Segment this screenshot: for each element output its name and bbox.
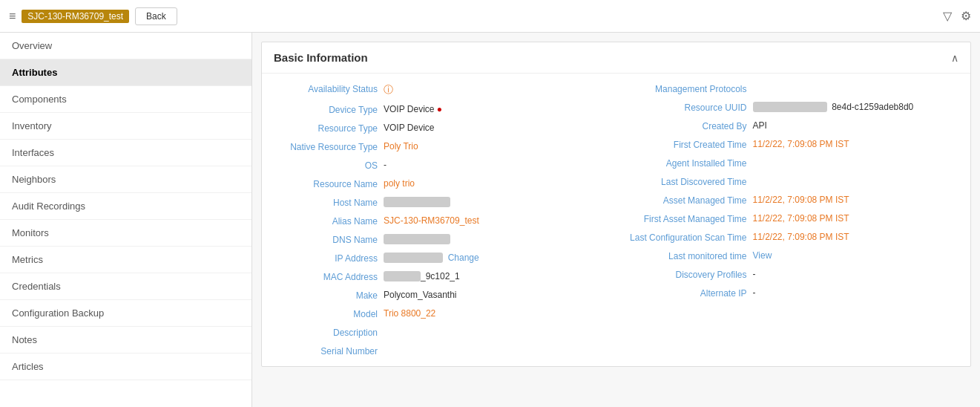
- dns-name-row: DNS Name: [274, 230, 605, 249]
- alternate-ip-label: Alternate IP: [628, 287, 747, 299]
- content-area: Basic Information ∧ Availability Status …: [252, 33, 980, 407]
- main-layout: Overview Attributes Components Inventory…: [0, 33, 980, 407]
- first-asset-managed-time-row: First Asset Managed Time 11/2/22, 7:09:0…: [628, 209, 959, 228]
- right-column: Management Protocols Resource UUID 8e4d-…: [616, 74, 971, 366]
- resource-type-value: VOIP Device: [384, 123, 605, 133]
- resource-type-label: Resource Type: [274, 123, 378, 134]
- dns-name-value: [384, 234, 605, 244]
- first-created-time-value: 11/2/22, 7:09:08 PM IST: [753, 139, 959, 149]
- host-name-label: Host Name: [274, 197, 378, 208]
- device-tag: SJC-130-RM36709_test: [22, 10, 129, 23]
- device-type-value: VOIP Device ●: [384, 104, 605, 114]
- availability-status-value: ⓘ: [384, 83, 605, 97]
- host-name-value: [384, 197, 605, 207]
- native-resource-type-value: Poly Trio: [384, 141, 605, 152]
- last-monitored-time-value: View: [753, 250, 959, 261]
- alternate-ip-value: -: [753, 287, 959, 298]
- availability-status-label: Availability Status: [274, 83, 378, 94]
- last-config-scan-time-label: Last Configuration Scan Time: [628, 232, 747, 243]
- resource-uuid-row: Resource UUID 8e4d-c1259adeb8d0: [628, 98, 959, 117]
- sidebar-item-credentials[interactable]: Credentials: [0, 273, 251, 300]
- device-type-label: Device Type: [274, 104, 378, 115]
- hamburger-icon[interactable]: ≡: [9, 10, 16, 23]
- host-name-row: Host Name: [274, 193, 605, 212]
- gear-icon[interactable]: ⚙: [961, 9, 971, 23]
- description-label: Description: [274, 327, 378, 338]
- top-bar-right: ▽ ⚙: [943, 9, 971, 23]
- sidebar-item-monitors[interactable]: Monitors: [0, 220, 251, 247]
- sidebar-item-inventory[interactable]: Inventory: [0, 113, 251, 140]
- left-column: Availability Status ⓘ Device Type VOIP D…: [262, 74, 616, 366]
- availability-status-row: Availability Status ⓘ: [274, 79, 605, 100]
- resource-name-value: poly trio: [384, 178, 605, 189]
- filter-icon[interactable]: ▽: [943, 9, 952, 23]
- asset-managed-time-label: Asset Managed Time: [628, 195, 747, 206]
- resource-name-row: Resource Name poly trio: [274, 175, 605, 193]
- ip-address-blurred: [384, 253, 443, 263]
- ip-address-value: Change: [384, 253, 605, 263]
- alias-name-row: Alias Name SJC-130-RM36709_test: [274, 212, 605, 230]
- section-collapse-button[interactable]: ∧: [951, 52, 958, 64]
- device-type-row: Device Type VOIP Device ●: [274, 100, 605, 119]
- created-by-label: Created By: [628, 120, 747, 131]
- basic-information-section: Basic Information ∧ Availability Status …: [261, 42, 971, 367]
- resource-uuid-value: 8e4d-c1259adeb8d0: [753, 102, 959, 112]
- last-monitored-time-row: Last monitored time View: [628, 247, 959, 265]
- discovery-profiles-row: Discovery Profiles -: [628, 265, 959, 284]
- back-button[interactable]: Back: [135, 7, 177, 25]
- ip-address-label: IP Address: [274, 253, 378, 264]
- os-label: OS: [274, 160, 378, 171]
- last-config-scan-time-value: 11/2/22, 7:09:08 PM IST: [753, 232, 959, 242]
- created-by-row: Created By API: [628, 117, 959, 135]
- native-resource-type-row: Native Resource Type Poly Trio: [274, 137, 605, 156]
- model-label: Model: [274, 308, 378, 319]
- serial-number-label: Serial Number: [274, 345, 378, 356]
- description-row: Description: [274, 323, 605, 342]
- sidebar-item-configuration-backup[interactable]: Configuration Backup: [0, 300, 251, 327]
- resource-uuid-label: Resource UUID: [628, 102, 747, 113]
- management-protocols-label: Management Protocols: [628, 83, 747, 94]
- alternate-ip-row: Alternate IP -: [628, 284, 959, 302]
- ip-address-row: IP Address Change: [274, 249, 605, 267]
- dns-name-label: DNS Name: [274, 234, 378, 245]
- host-name-blurred: [384, 197, 450, 207]
- dns-name-blurred: [384, 234, 450, 244]
- change-ip-link[interactable]: Change: [448, 253, 479, 263]
- sidebar-item-metrics[interactable]: Metrics: [0, 247, 251, 273]
- info-grid: Availability Status ⓘ Device Type VOIP D…: [262, 74, 970, 366]
- os-row: OS -: [274, 156, 605, 175]
- agent-installed-time-row: Agent Installed Time: [628, 154, 959, 172]
- make-value: Polycom_Vasanthi: [384, 290, 605, 300]
- sidebar-item-articles[interactable]: Articles: [0, 354, 251, 380]
- created-by-value: API: [753, 120, 959, 131]
- section-header: Basic Information ∧: [262, 42, 970, 74]
- sidebar-item-components[interactable]: Components: [0, 86, 251, 113]
- sidebar: Overview Attributes Components Inventory…: [0, 33, 252, 407]
- section-title: Basic Information: [274, 51, 368, 64]
- management-protocols-row: Management Protocols: [628, 79, 959, 98]
- make-row: Make Polycom_Vasanthi: [274, 286, 605, 305]
- sidebar-item-neighbors[interactable]: Neighbors: [0, 166, 251, 193]
- top-bar-left: ≡ SJC-130-RM36709_test Back: [9, 7, 935, 25]
- sidebar-item-attributes[interactable]: Attributes: [0, 59, 251, 86]
- serial-number-row: Serial Number: [274, 342, 605, 360]
- mac-blurred: [384, 271, 421, 281]
- sidebar-item-overview[interactable]: Overview: [0, 33, 251, 59]
- sidebar-item-interfaces[interactable]: Interfaces: [0, 140, 251, 166]
- alias-name-label: Alias Name: [274, 215, 378, 227]
- last-discovered-time-label: Last Discovered Time: [628, 176, 747, 187]
- resource-name-label: Resource Name: [274, 178, 378, 189]
- resource-type-row: Resource Type VOIP Device: [274, 119, 605, 137]
- top-bar: ≡ SJC-130-RM36709_test Back ▽ ⚙: [0, 0, 980, 33]
- sidebar-item-audit-recordings[interactable]: Audit Recordings: [0, 193, 251, 220]
- make-label: Make: [274, 290, 378, 301]
- os-value: -: [384, 160, 605, 170]
- sidebar-item-notes[interactable]: Notes: [0, 327, 251, 354]
- discovery-profiles-value: -: [753, 269, 959, 279]
- mac-address-label: MAC Address: [274, 271, 378, 282]
- alias-name-value: SJC-130-RM36709_test: [384, 215, 605, 226]
- model-row: Model Trio 8800_22: [274, 305, 605, 323]
- first-asset-managed-time-label: First Asset Managed Time: [628, 213, 747, 224]
- model-value: Trio 8800_22: [384, 308, 605, 319]
- view-monitored-time-link[interactable]: View: [753, 250, 772, 261]
